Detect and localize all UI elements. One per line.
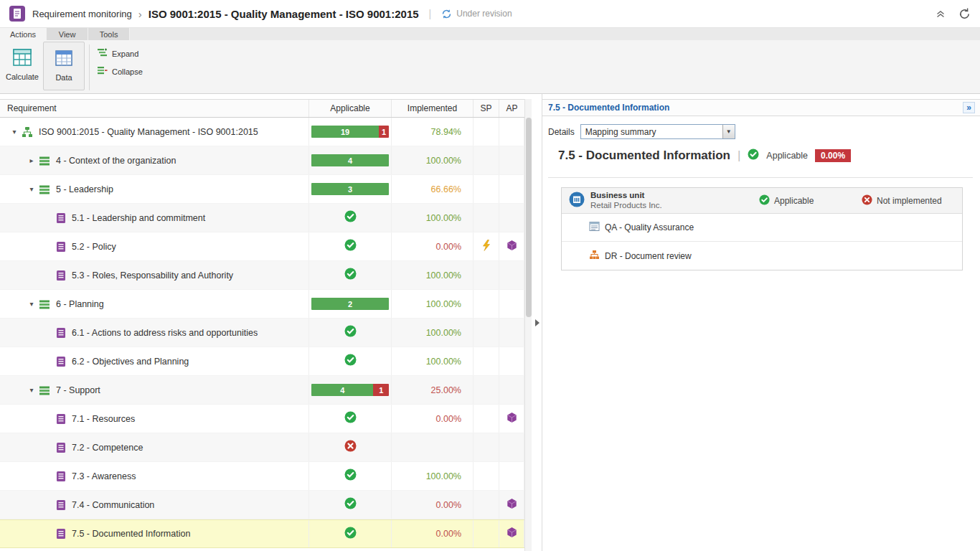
tab-actions[interactable]: Actions (0, 28, 47, 40)
sp-lightning-icon (481, 240, 491, 254)
implemented-value: 100.00% (426, 299, 461, 309)
calculate-icon (12, 47, 32, 69)
implemented-cell: 0.00% (392, 491, 473, 519)
implemented-value: 100.00% (426, 156, 461, 166)
details-panel-header: 7.5 - Documented Information » (542, 99, 980, 116)
details-view-select[interactable]: Mapping summary ▼ (580, 124, 735, 139)
applicable-check-icon (344, 497, 357, 512)
not-implemented-cross-icon (862, 194, 872, 207)
column-applicable[interactable]: Applicable (309, 100, 392, 117)
column-requirement[interactable]: Requirement (0, 100, 309, 117)
doc-icon (56, 241, 66, 253)
tab-view[interactable]: View (47, 28, 88, 40)
tree-expand-icon[interactable]: ▸ (24, 156, 39, 164)
panel-splitter[interactable] (532, 94, 542, 551)
mapping-item[interactable]: QA - Quality Assurance (562, 214, 962, 242)
table-row[interactable]: 6.1 - Actions to address risks and oppor… (0, 319, 524, 347)
app-window: Requirement monitoring › ISO 9001:2015 -… (0, 0, 980, 551)
expand-button[interactable]: Expand (97, 47, 143, 60)
applicable-bar: 191 (311, 126, 389, 138)
implemented-cell: 25.00% (392, 376, 473, 404)
implemented-cell: 66.66% (392, 175, 473, 203)
page-title: ISO 9001:2015 - Quality Management - ISO… (149, 8, 419, 20)
expand-icon (97, 47, 108, 60)
section-icon (39, 385, 50, 396)
implemented-value: 0.00% (436, 500, 461, 510)
implemented-cell: 100.00% (392, 261, 473, 289)
business-unit-label: Business unit (590, 191, 662, 201)
table-row[interactable]: 5.3 - Roles, Responsability and Authorit… (0, 261, 524, 290)
table-row[interactable]: 5.1 - Leadership and commitment100.00% (0, 204, 524, 232)
table-row[interactable]: ▸4 - Context of the organization4100.00% (0, 146, 524, 175)
ap-cell (499, 261, 524, 289)
ap-cube-icon (507, 498, 517, 512)
table-row[interactable]: ▾5 - Leadership366.66% (0, 175, 524, 204)
app-logo-icon (9, 5, 26, 22)
requirement-label: 7.3 - Awareness (72, 471, 136, 481)
splitter-collapse-arrow[interactable] (535, 319, 540, 326)
chevron-down-icon[interactable]: ▼ (722, 125, 735, 138)
scrollbar-thumb[interactable] (526, 118, 532, 317)
implemented-value: 0.00% (436, 414, 461, 424)
requirement-label: 5 - Leadership (56, 184, 113, 194)
collapse-ribbon-icon[interactable] (935, 8, 946, 19)
tree-collapse-icon[interactable]: ▾ (7, 128, 22, 136)
panel-collapse-button[interactable]: » (963, 102, 975, 113)
column-implemented[interactable]: Implemented (392, 100, 473, 117)
table-row[interactable]: 7.1 - Resources0.00% (0, 405, 524, 433)
business-unit-header[interactable]: Business unit Retail Products Inc. Appli… (562, 188, 962, 214)
table-row[interactable]: ▾7 - Support4125.00% (0, 376, 524, 405)
applicable-cell: 41 (309, 376, 392, 404)
doc-icon (56, 270, 66, 281)
column-ap[interactable]: AP (499, 100, 524, 117)
collapse-button[interactable]: Collapse (97, 65, 143, 77)
requirement-cell: ▾5 - Leadership (0, 175, 309, 203)
bu-applicable-label: Applicable (774, 196, 814, 206)
applicable-label: Applicable (766, 151, 808, 161)
implemented-value: 66.66% (431, 184, 461, 194)
tab-tools[interactable]: Tools (88, 28, 130, 40)
table-row[interactable]: 5.2 - Policy0.00% (0, 232, 524, 261)
sp-cell (473, 433, 499, 461)
applicable-check-icon (344, 527, 357, 542)
mapping-item[interactable]: DR - Document review (562, 242, 962, 270)
implemented-value: 100.00% (426, 213, 461, 223)
tree-collapse-icon[interactable]: ▾ (24, 300, 39, 308)
tree-collapse-icon[interactable]: ▾ (24, 386, 39, 394)
ap-cell (499, 405, 524, 433)
business-unit-name: Retail Products Inc. (590, 201, 662, 211)
table-row[interactable]: 7.5 - Documented Information0.00% (0, 519, 524, 548)
table-row[interactable]: 7.3 - Awareness100.00% (0, 462, 524, 491)
requirement-cell: 7.4 - Communication (0, 491, 309, 519)
applicable-cell (309, 520, 392, 547)
column-sp[interactable]: SP (473, 100, 499, 117)
table-row[interactable]: 7.2 - Competence (0, 433, 524, 462)
details-heading: 7.5 - Documented Information (558, 149, 730, 163)
applicable-cell (309, 232, 392, 260)
app-title: Requirement monitoring (32, 9, 132, 19)
implemented-cell: 100.00% (392, 290, 473, 318)
implemented-cell: 100.00% (392, 319, 473, 347)
table-row[interactable]: 7.4 - Communication0.00% (0, 491, 524, 519)
sp-cell (473, 462, 499, 490)
table-row[interactable]: ▾6 - Planning2100.00% (0, 290, 524, 319)
table-row[interactable]: 6.2 - Objectives and Planning100.00% (0, 347, 524, 376)
requirement-label: 5.1 - Leadership and commitment (72, 213, 205, 223)
implemented-value: 25.00% (431, 385, 461, 395)
ap-cube-icon (507, 240, 517, 254)
table-row[interactable]: ▾ISO 9001:2015 - Quality Management - IS… (0, 118, 524, 146)
not-applicable-cross-icon (344, 440, 357, 455)
vertical-scrollbar[interactable] (524, 99, 532, 551)
details-view-value: Mapping summary (581, 127, 722, 137)
heading-divider: | (738, 149, 740, 163)
tree-icon (22, 126, 33, 138)
dr-icon (589, 250, 600, 263)
calculate-button[interactable]: Calculate (1, 42, 43, 90)
refresh-icon[interactable] (958, 7, 971, 21)
data-button[interactable]: Data (43, 42, 85, 90)
tree-collapse-icon[interactable]: ▾ (24, 185, 39, 193)
bu-not-implemented-label: Not implemented (877, 196, 942, 206)
requirement-label: ISO 9001:2015 - Quality Management - ISO… (39, 127, 258, 137)
qa-icon (589, 221, 600, 234)
requirement-label: 4 - Context of the organization (56, 156, 176, 166)
